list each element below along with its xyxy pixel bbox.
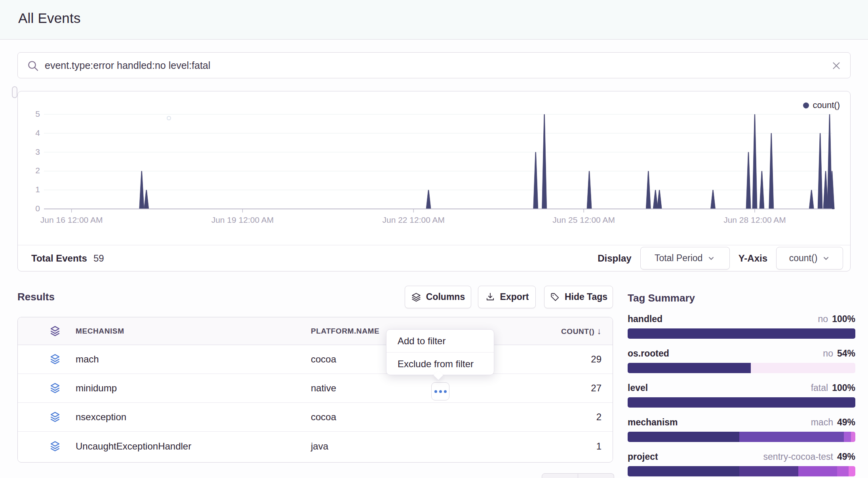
tag-bar-segment[interactable] bbox=[739, 466, 799, 476]
tag-bar[interactable] bbox=[628, 328, 855, 339]
cell-platform[interactable]: cocoa bbox=[311, 412, 336, 423]
results-heading: Results bbox=[17, 291, 55, 303]
column-header-platform[interactable]: PLATFORM.NAME bbox=[311, 327, 379, 336]
yaxis-dropdown[interactable]: count() bbox=[776, 247, 843, 269]
tag-percent: 54% bbox=[837, 348, 855, 359]
tag-bar-segment[interactable] bbox=[849, 466, 855, 476]
results-table: MECHANISM PLATFORM.NAME COUNT()↓ mach co… bbox=[17, 317, 613, 463]
chart-legend[interactable]: count() bbox=[803, 100, 840, 110]
legend-label: count() bbox=[813, 100, 840, 110]
layers-icon bbox=[49, 325, 61, 337]
table-row[interactable]: UncaughtExceptionHandler java 1 bbox=[18, 432, 613, 461]
total-events-label: Total Events bbox=[31, 253, 87, 264]
export-button[interactable]: Export bbox=[478, 286, 536, 308]
tag-top-value: mach bbox=[811, 417, 833, 428]
page-header: All Events bbox=[0, 0, 868, 40]
hide-tags-button-label: Hide Tags bbox=[565, 292, 607, 302]
cell-mechanism[interactable]: mach bbox=[76, 354, 99, 365]
chevron-down-icon bbox=[822, 254, 830, 262]
stack-column-icon bbox=[48, 325, 62, 337]
row-stack-icon bbox=[48, 411, 62, 423]
tag-bar-segment[interactable] bbox=[739, 432, 844, 442]
y-axis-tick: 1 bbox=[23, 185, 40, 194]
cell-mechanism[interactable]: UncaughtExceptionHandler bbox=[76, 441, 191, 452]
cell-count[interactable]: 2 bbox=[596, 412, 602, 423]
download-icon bbox=[485, 292, 495, 302]
yaxis-dropdown-value: count() bbox=[789, 253, 818, 264]
column-header-count[interactable]: COUNT()↓ bbox=[561, 326, 602, 336]
search-input[interactable] bbox=[45, 53, 821, 78]
search-bar[interactable] bbox=[17, 52, 851, 78]
cell-count[interactable]: 27 bbox=[591, 383, 602, 394]
tag-percent: 100% bbox=[832, 383, 855, 393]
tag-bar-segment[interactable] bbox=[751, 363, 856, 373]
page-title: All Events bbox=[18, 10, 81, 26]
layers-icon bbox=[411, 292, 421, 302]
tag-bar[interactable] bbox=[628, 466, 855, 476]
next-page-button[interactable] bbox=[578, 473, 614, 478]
x-axis-tick: Jun 16 12:00 AM bbox=[28, 215, 115, 225]
tag-top-value: sentry-cocoa-test bbox=[763, 451, 833, 462]
tag-name: level bbox=[628, 383, 648, 393]
tag-bar-segment[interactable] bbox=[844, 432, 851, 442]
tag-bar[interactable] bbox=[628, 397, 855, 408]
cell-count[interactable]: 29 bbox=[591, 354, 602, 365]
sort-desc-icon: ↓ bbox=[597, 326, 602, 336]
column-header-mechanism[interactable]: MECHANISM bbox=[76, 327, 124, 336]
table-row[interactable]: nsexception cocoa 2 bbox=[18, 403, 613, 432]
cell-platform[interactable]: cocoa bbox=[311, 354, 336, 365]
tag-summary-heading: Tag Summary bbox=[628, 292, 855, 304]
cell-platform[interactable]: native bbox=[311, 383, 336, 394]
pagination-buttons[interactable] bbox=[542, 473, 614, 478]
tag-bar-segment[interactable] bbox=[628, 432, 739, 442]
table-row[interactable]: mach cocoa 29 bbox=[18, 345, 613, 374]
cell-mechanism[interactable]: minidump bbox=[76, 383, 117, 394]
row-stack-icon bbox=[48, 440, 62, 452]
tag-summary-panel: Tag Summary handled no 100% os.rooted no… bbox=[628, 292, 855, 478]
columns-button-label: Columns bbox=[426, 292, 465, 302]
hide-tags-button[interactable]: Hide Tags bbox=[544, 286, 613, 308]
chart-footer: Total Events 59 Display Total Period Y-A… bbox=[18, 245, 850, 271]
cell-actions-button[interactable] bbox=[431, 382, 449, 400]
y-axis-tick: 0 bbox=[23, 204, 40, 213]
count-header-label: COUNT() bbox=[561, 327, 594, 336]
tag-bar[interactable] bbox=[628, 363, 855, 373]
display-dropdown[interactable]: Total Period bbox=[640, 247, 730, 269]
tag-percent: 49% bbox=[837, 451, 855, 462]
close-icon[interactable] bbox=[828, 57, 845, 74]
menu-item-exclude-from-filter[interactable]: Exclude from filter bbox=[386, 352, 494, 375]
tag-name: mechanism bbox=[628, 417, 678, 428]
tag-bar[interactable] bbox=[628, 432, 855, 442]
columns-button[interactable]: Columns bbox=[405, 286, 471, 308]
tag-bar-segment[interactable] bbox=[837, 466, 849, 476]
search-icon bbox=[27, 59, 39, 72]
tag-bar-segment[interactable] bbox=[851, 432, 856, 442]
cell-platform[interactable]: java bbox=[311, 441, 328, 452]
cell-count[interactable]: 1 bbox=[596, 441, 602, 452]
tag-name: os.rooted bbox=[628, 348, 669, 359]
tag-bar-segment[interactable] bbox=[798, 466, 837, 476]
tag-summary-item: level fatal 100% bbox=[628, 383, 855, 408]
y-axis-tick: 3 bbox=[23, 147, 40, 157]
layers-icon bbox=[49, 382, 61, 394]
tag-percent: 100% bbox=[832, 314, 855, 324]
chart-point-marker bbox=[167, 116, 171, 120]
previous-page-button[interactable] bbox=[542, 473, 578, 478]
tag-bar-segment[interactable] bbox=[628, 363, 751, 373]
tag-summary-item: project sentry-cocoa-test 49% bbox=[628, 451, 855, 476]
events-spike-chart[interactable] bbox=[44, 111, 836, 215]
events-chart-panel: count() 012345 Jun 16 12:00 AMJun 19 12:… bbox=[17, 91, 851, 271]
cell-mechanism[interactable]: nsexception bbox=[76, 412, 126, 423]
tag-bar-segment[interactable] bbox=[628, 397, 855, 408]
table-row[interactable]: minidump native 27 bbox=[18, 374, 613, 403]
menu-item-add-to-filter[interactable]: Add to filter bbox=[386, 330, 494, 352]
x-axis-tick: Jun 22 12:00 AM bbox=[370, 215, 457, 225]
tag-bar-segment[interactable] bbox=[628, 328, 855, 339]
x-axis-tick: Jun 28 12:00 AM bbox=[711, 215, 798, 225]
all-events-page: All Events count() 012345 Jun 16 12:00 A… bbox=[0, 0, 868, 478]
tag-bar-segment[interactable] bbox=[628, 466, 739, 476]
drag-handle-icon[interactable] bbox=[12, 86, 17, 98]
tag-top-value: fatal bbox=[811, 383, 828, 393]
table-body: mach cocoa 29 minidump native 27 nsexcep… bbox=[18, 345, 613, 461]
tag-name: project bbox=[628, 451, 658, 462]
